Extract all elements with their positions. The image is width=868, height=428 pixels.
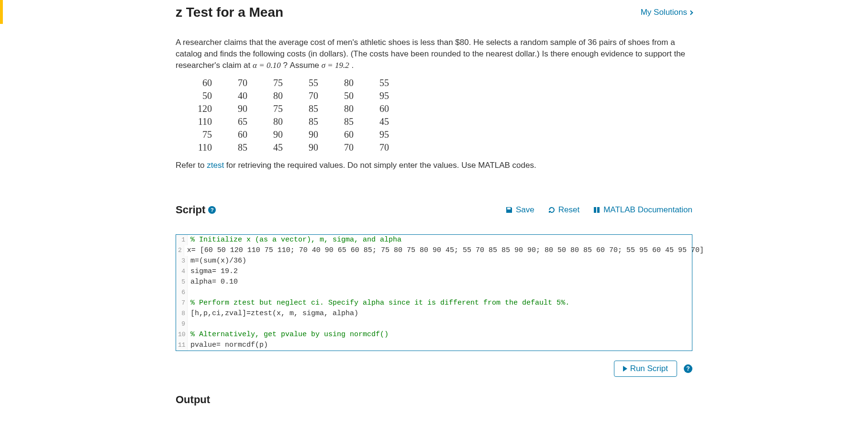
table-cell: 85 bbox=[225, 142, 260, 154]
table-row: 504080705095 bbox=[185, 90, 401, 102]
table-cell: 95 bbox=[367, 129, 401, 141]
table-cell: 75 bbox=[261, 103, 295, 115]
table-row: 1209075858060 bbox=[185, 103, 401, 115]
table-cell: 45 bbox=[367, 116, 401, 128]
editor-line[interactable]: 11pvalue= normcdf(p) bbox=[176, 340, 692, 351]
line-number: 4 bbox=[176, 266, 188, 277]
table-cell: 60 bbox=[367, 103, 401, 115]
editor-line[interactable]: 10% Alternatively, get pvalue by using n… bbox=[176, 329, 692, 340]
ztest-link[interactable]: ztest bbox=[207, 161, 224, 170]
code-content[interactable]: m=(sum(x)/36) bbox=[188, 256, 692, 266]
table-cell: 75 bbox=[261, 77, 295, 89]
problem-description: A researcher claims that the average cos… bbox=[176, 37, 692, 71]
table-cell: 60 bbox=[225, 129, 260, 141]
table-row: 1106580858545 bbox=[185, 116, 401, 128]
editor-line[interactable]: 2x= [60 50 120 110 75 110; 70 40 90 65 6… bbox=[176, 245, 692, 256]
editor-line[interactable]: 1% Initialize x (as a vector), m, sigma,… bbox=[176, 235, 692, 245]
table-cell: 70 bbox=[367, 142, 401, 154]
run-help-icon[interactable]: ? bbox=[684, 364, 692, 373]
help-icon[interactable]: ? bbox=[208, 206, 216, 214]
table-cell: 85 bbox=[296, 116, 331, 128]
line-number: 5 bbox=[176, 277, 188, 287]
table-cell: 40 bbox=[225, 90, 260, 102]
code-content[interactable]: % Perform ztest but neglect ci. Specify … bbox=[188, 298, 692, 308]
table-cell: 85 bbox=[296, 103, 331, 115]
table-cell: 70 bbox=[296, 90, 331, 102]
table-cell: 60 bbox=[332, 129, 366, 141]
code-editor[interactable]: 1% Initialize x (as a vector), m, sigma,… bbox=[176, 234, 692, 351]
line-number: 2 bbox=[176, 245, 184, 256]
table-cell: 70 bbox=[225, 77, 260, 89]
instruction-line: Refer to ztest for retrieving the requir… bbox=[176, 161, 692, 170]
code-content[interactable]: [h,p,ci,zval]=ztest(x, m, sigma, alpha) bbox=[188, 308, 692, 319]
table-cell: 90 bbox=[296, 129, 331, 141]
table-cell: 45 bbox=[261, 142, 295, 154]
table-cell: 75 bbox=[185, 129, 224, 141]
table-cell: 50 bbox=[332, 90, 366, 102]
editor-line[interactable]: 8[h,p,ci,zval]=ztest(x, m, sigma, alpha) bbox=[176, 308, 692, 319]
page-title: z Test for a Mean bbox=[176, 5, 283, 20]
my-solutions-label: My Solutions bbox=[641, 8, 687, 17]
line-number: 3 bbox=[176, 256, 188, 266]
table-cell: 110 bbox=[185, 116, 224, 128]
table-cell: 90 bbox=[261, 129, 295, 141]
code-content[interactable]: alpha= 0.10 bbox=[188, 277, 692, 287]
output-heading: Output bbox=[176, 394, 692, 406]
run-script-button[interactable]: Run Script bbox=[614, 361, 677, 377]
editor-line[interactable]: 7% Perform ztest but neglect ci. Specify… bbox=[176, 298, 692, 308]
code-content[interactable]: x= [60 50 120 110 75 110; 70 40 90 65 60… bbox=[184, 245, 707, 256]
book-icon bbox=[593, 206, 601, 214]
code-content[interactable] bbox=[188, 319, 692, 329]
table-cell: 120 bbox=[185, 103, 224, 115]
editor-line[interactable]: 4sigma= 19.2 bbox=[176, 266, 692, 277]
my-solutions-link[interactable]: My Solutions bbox=[641, 8, 692, 17]
table-cell: 60 bbox=[185, 77, 224, 89]
table-cell: 80 bbox=[261, 116, 295, 128]
chevron-right-icon bbox=[689, 10, 693, 15]
line-number: 10 bbox=[176, 329, 188, 340]
editor-line[interactable]: 3m=(sum(x)/36) bbox=[176, 256, 692, 266]
data-table: 6070755580555040807050951209075858060110… bbox=[184, 77, 402, 155]
table-cell: 70 bbox=[332, 142, 366, 154]
editor-line[interactable]: 9 bbox=[176, 319, 692, 329]
table-row: 607075558055 bbox=[185, 77, 401, 89]
line-number: 6 bbox=[176, 287, 188, 298]
table-cell: 80 bbox=[332, 77, 366, 89]
table-cell: 80 bbox=[332, 103, 366, 115]
table-row: 1108545907070 bbox=[185, 142, 401, 154]
table-cell: 95 bbox=[367, 90, 401, 102]
line-number: 7 bbox=[176, 298, 188, 308]
reset-button[interactable]: Reset bbox=[548, 205, 579, 215]
script-heading: Script ? bbox=[176, 204, 216, 216]
table-row: 756090906095 bbox=[185, 129, 401, 141]
table-cell: 110 bbox=[185, 142, 224, 154]
table-cell: 80 bbox=[261, 90, 295, 102]
documentation-link[interactable]: MATLAB Documentation bbox=[593, 205, 692, 215]
save-button[interactable]: Save bbox=[505, 205, 534, 215]
line-number: 9 bbox=[176, 319, 188, 329]
line-number: 8 bbox=[176, 308, 188, 319]
editor-line[interactable]: 5alpha= 0.10 bbox=[176, 277, 692, 287]
save-icon bbox=[505, 206, 513, 214]
table-cell: 50 bbox=[185, 90, 224, 102]
play-icon bbox=[623, 366, 627, 372]
table-cell: 90 bbox=[296, 142, 331, 154]
line-number: 1 bbox=[176, 235, 188, 245]
table-cell: 90 bbox=[225, 103, 260, 115]
reset-icon bbox=[548, 206, 556, 214]
code-content[interactable]: sigma= 19.2 bbox=[188, 266, 692, 277]
table-cell: 55 bbox=[296, 77, 331, 89]
editor-line[interactable]: 6 bbox=[176, 287, 692, 298]
line-number: 11 bbox=[176, 340, 188, 351]
table-cell: 85 bbox=[332, 116, 366, 128]
code-content[interactable]: pvalue= normcdf(p) bbox=[188, 340, 692, 351]
code-content[interactable]: % Initialize x (as a vector), m, sigma, … bbox=[188, 235, 692, 245]
code-content[interactable]: % Alternatively, get pvalue by using nor… bbox=[188, 329, 692, 340]
code-content[interactable] bbox=[188, 287, 692, 298]
table-cell: 55 bbox=[367, 77, 401, 89]
table-cell: 65 bbox=[225, 116, 260, 128]
